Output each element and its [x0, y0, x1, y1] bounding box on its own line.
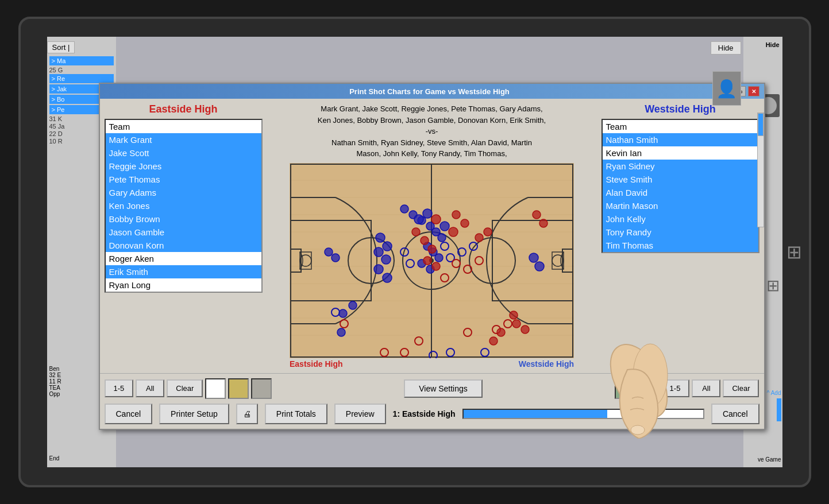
west-all-button[interactable]: All [692, 379, 720, 397]
hide-button-main[interactable]: Hide [711, 41, 741, 55]
svg-point-50 [376, 233, 385, 242]
main-dialog: Print Shot Charts for Game vs Westside H… [99, 83, 765, 430]
east-all-button[interactable]: All [136, 379, 164, 397]
svg-point-32 [438, 234, 446, 242]
court-labels: Eastside High Westside High [290, 359, 574, 369]
west-clear-button[interactable]: Clear [723, 379, 759, 397]
scrollbar[interactable] [757, 113, 764, 227]
svg-point-62 [432, 262, 440, 270]
svg-point-66 [539, 219, 547, 227]
tablet-screen: > Ma 25 G > Re > Jak > Bo > Pe 31 K 45 J… [47, 37, 782, 467]
svg-point-85 [529, 253, 538, 262]
list-item[interactable]: Jake Scott [106, 146, 261, 160]
west-filter-controls: 1-5 All Clear [615, 378, 759, 399]
west-player-list: Team Nathan Smith Kevin Ian Ryan Sidney … [601, 119, 759, 253]
list-item[interactable]: Pete Thomas [106, 173, 261, 186]
svg-point-53 [381, 255, 391, 264]
color-box-white-left[interactable] [205, 378, 226, 399]
windows-bezel-logo: ⊞ [786, 241, 802, 263]
east-panel: Eastside High Team Mark Grant Jake Scott… [105, 103, 263, 369]
list-item[interactable]: Ryan Sidney [603, 160, 758, 173]
list-item[interactable]: Kevin Ian [603, 146, 758, 160]
svg-point-61 [423, 257, 431, 265]
svg-point-35 [435, 254, 443, 262]
svg-point-60 [428, 245, 436, 253]
color-box-gold-left[interactable] [228, 378, 249, 399]
list-item[interactable]: Mark Grant [106, 133, 261, 146]
svg-point-67 [512, 320, 520, 328]
svg-point-26 [331, 254, 340, 262]
list-item[interactable]: Tim Thomas [603, 239, 758, 252]
svg-point-56 [452, 211, 460, 219]
east-1-5-button[interactable]: 1-5 [105, 379, 134, 397]
east-team-header[interactable]: Team [106, 120, 261, 133]
list-item[interactable]: Martin Mason [603, 199, 758, 212]
add-button[interactable]: ^ Add [767, 390, 781, 396]
ve-game-button[interactable]: ve Game [758, 456, 781, 463]
windows-logo: ⊞ [766, 276, 780, 295]
svg-point-69 [510, 311, 518, 319]
svg-point-55 [383, 273, 392, 282]
list-item[interactable]: Jason Gamble [106, 226, 261, 239]
svg-point-95 [489, 337, 498, 345]
svg-point-80 [414, 215, 423, 224]
court-svg [290, 163, 574, 358]
close-button[interactable]: ✕ [748, 86, 759, 96]
svg-point-39 [349, 301, 357, 309]
list-item[interactable]: Gary Adams [106, 186, 261, 199]
list-item[interactable]: Donovan Korn [106, 239, 261, 252]
hide-button[interactable]: Hide [766, 41, 780, 48]
svg-point-82 [431, 215, 441, 224]
list-item[interactable]: Nathan Smith [603, 133, 758, 146]
list-item[interactable]: Steve Smith [603, 173, 758, 186]
east-player-list: Team Mark Grant Jake Scott Reggie Jones … [105, 119, 263, 293]
list-item[interactable]: Bobby Brown [106, 212, 261, 226]
list-item[interactable]: Reggie Jones [106, 160, 261, 173]
west-team-header[interactable]: Team [603, 120, 758, 133]
list-item[interactable]: Tony Randy [603, 226, 758, 239]
sort-bar: Sort | [47, 41, 75, 53]
printer-setup-button[interactable]: Printer Setup [159, 404, 229, 424]
print-icon-button[interactable]: 🖨 [236, 404, 258, 424]
list-item[interactable]: Alan David [603, 186, 758, 199]
svg-point-57 [461, 219, 469, 227]
print-totals-button[interactable]: Print Totals [265, 404, 327, 424]
view-settings-area: View Settings [404, 379, 483, 398]
east-clear-button[interactable]: Clear [167, 379, 203, 397]
view-settings-button[interactable]: View Settings [404, 379, 483, 398]
controls-row2: Cancel Printer Setup 🖨 Print Totals Prev… [105, 404, 759, 424]
west-1-5-button[interactable]: 1-5 [661, 379, 690, 397]
list-item[interactable]: Ryan Long [106, 278, 261, 292]
list-item[interactable]: Erik Smith [106, 265, 261, 278]
svg-point-59 [421, 237, 429, 245]
color-box-gold-right[interactable] [638, 378, 658, 399]
bottom-controls: 1-5 All Clear View Settings 1-5 [100, 373, 764, 429]
svg-point-64 [484, 228, 492, 236]
svg-point-81 [423, 209, 432, 218]
svg-point-86 [535, 262, 544, 271]
cancel-button[interactable]: Cancel [105, 404, 153, 424]
progress-bar [462, 409, 704, 419]
svg-point-40 [339, 309, 347, 317]
list-item[interactable]: Ken Jones [106, 199, 261, 212]
list-item[interactable]: John Kelly [603, 212, 758, 226]
preview-button[interactable]: Preview [334, 404, 386, 424]
progress-bar-fill [464, 410, 607, 418]
color-box-green-right[interactable] [615, 378, 635, 399]
player-avatar-right: 👤 [712, 71, 741, 106]
list-item[interactable]: Roger Aken [106, 252, 261, 265]
svg-point-25 [325, 248, 333, 256]
svg-point-52 [374, 247, 383, 257]
court-label-west: Westside High [519, 359, 574, 369]
dialog-title: Print Shot Charts for Game vs Westside H… [139, 87, 720, 96]
svg-point-65 [533, 211, 541, 219]
east-team-name: Eastside High [105, 103, 263, 115]
west-panel: Westside High Team Nathan Smith Kevin Ia… [601, 103, 759, 369]
tablet-frame: > Ma 25 G > Re > Jak > Bo > Pe 31 K 45 J… [18, 17, 811, 487]
matchup-text: Mark Grant, Jake Scott, Reggie Jones, Pe… [318, 103, 546, 160]
dialog-body: Eastside High Team Mark Grant Jake Scott… [100, 99, 764, 373]
cancel2-button[interactable]: Cancel [711, 404, 759, 424]
svg-point-96 [497, 328, 505, 336]
color-box-gray-left[interactable] [251, 378, 272, 399]
controls-row1: 1-5 All Clear View Settings 1-5 [105, 378, 759, 399]
